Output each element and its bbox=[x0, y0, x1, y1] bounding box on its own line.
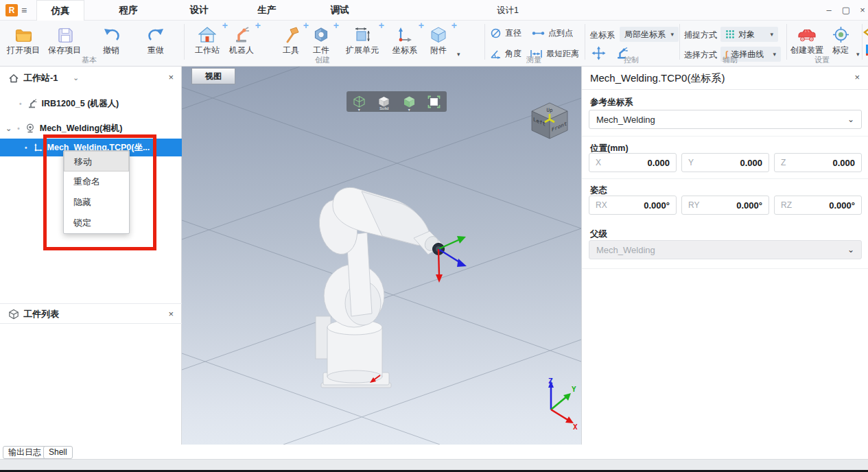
hex-nut-icon: + bbox=[306, 23, 336, 45]
tree-item-robot[interactable]: • IRB1200_5 (机器人) bbox=[0, 95, 182, 112]
position-y-input[interactable]: Y 0.000 bbox=[681, 153, 769, 172]
snap-mode-dropdown[interactable]: 对象 ▾ bbox=[720, 27, 778, 42]
viewport-tab[interactable]: 视图 bbox=[191, 68, 235, 84]
folder-icon bbox=[5, 23, 42, 45]
solid-view-button[interactable]: Solid bbox=[373, 91, 395, 112]
workstation-house-icon: + bbox=[189, 23, 225, 45]
attachment-dropdown-caret[interactable]: ▾ bbox=[457, 51, 460, 58]
measure-point-to-point-button[interactable]: 点到点 bbox=[532, 27, 573, 39]
floppy-disk-icon bbox=[45, 23, 84, 45]
position-z-input[interactable]: Z 0.000 bbox=[774, 153, 862, 172]
extension-unit-icon: + bbox=[343, 23, 382, 45]
axis-x-label: X bbox=[573, 423, 578, 430]
move-crosshair-icon bbox=[591, 46, 606, 60]
view-cube-up-label[interactable]: Up bbox=[546, 107, 553, 113]
hammer-icon: + bbox=[276, 23, 306, 45]
maximize-button[interactable]: ▢ bbox=[839, 2, 853, 19]
camera-tree-icon bbox=[25, 123, 36, 134]
parts-cube-icon bbox=[8, 309, 19, 320]
context-menu: 移动 重命名 隐藏 锁定 bbox=[63, 150, 130, 234]
ribbon-separator bbox=[484, 24, 485, 60]
parts-list-header[interactable]: 工件列表 × bbox=[0, 305, 182, 323]
shaded-cube-button[interactable]: ▾ bbox=[398, 91, 420, 112]
pose-rz-input[interactable]: RZ 0.000° bbox=[774, 196, 862, 215]
menu-tab-design[interactable]: 设计 bbox=[177, 0, 221, 21]
move-control-button[interactable] bbox=[591, 46, 606, 60]
pose-ry-input[interactable]: RY 0.000° bbox=[681, 196, 769, 215]
redo-button[interactable]: 重做 bbox=[139, 21, 172, 63]
viewport-3d[interactable]: 视图 ▾ Solid ▾ Up Left bbox=[182, 67, 581, 445]
calibration-dropdown-caret[interactable]: ▾ bbox=[856, 51, 860, 58]
chevron-down-icon: ▾ bbox=[773, 51, 776, 58]
panel-divider bbox=[582, 89, 868, 90]
close-panel-icon[interactable]: × bbox=[168, 72, 174, 82]
output-log-tab[interactable]: 输出日志 bbox=[3, 446, 47, 459]
context-menu-item-hide[interactable]: 隐藏 bbox=[64, 192, 129, 213]
car-icon bbox=[788, 23, 826, 45]
ref-frame-select[interactable]: Mech_Welding ⌄ bbox=[589, 110, 862, 129]
shell-tab[interactable]: Shell bbox=[43, 446, 73, 459]
tree-item-label: IRB1200_5 (机器人) bbox=[42, 98, 119, 110]
ribbon-separator bbox=[679, 24, 680, 60]
app-window: R ≡ 仿真 程序 设计 生产 调试 设计1 – ▢ × 打开项目 保存项目 bbox=[0, 0, 868, 472]
parent-select[interactable]: Mech_Welding ⌄ bbox=[589, 240, 862, 259]
menu-tab-simulation[interactable]: 仿真 bbox=[36, 0, 84, 21]
world-axis-triad: Z Y X bbox=[524, 377, 578, 430]
coord-system-dropdown[interactable]: 局部坐标系 ▾ bbox=[620, 27, 679, 42]
close-panel-icon[interactable]: × bbox=[168, 309, 174, 319]
chevron-down-icon: ▾ bbox=[770, 31, 773, 38]
tree-item-camera[interactable]: ⌄ • Mech_Welding(相机) bbox=[0, 120, 182, 137]
group-label-settings: 设置 bbox=[801, 55, 843, 65]
bottom-bar: 输出日志 Shell bbox=[0, 445, 868, 472]
redo-icon bbox=[139, 23, 172, 45]
home-icon bbox=[8, 73, 19, 84]
pose-rx-input[interactable]: RX 0.000° bbox=[589, 196, 677, 215]
create-attachment-button[interactable]: + 附件 bbox=[423, 21, 454, 63]
measure-diameter-button[interactable]: 直径 bbox=[490, 27, 521, 39]
document-title: 设计1 bbox=[453, 0, 563, 21]
context-menu-item-lock[interactable]: 锁定 bbox=[64, 213, 129, 233]
create-extension-unit-button[interactable]: + 扩展单元 bbox=[343, 21, 382, 63]
context-menu-item-move[interactable]: 移动 bbox=[64, 151, 129, 172]
context-menu-item-rename[interactable]: 重命名 bbox=[64, 172, 129, 192]
panel-divider bbox=[0, 303, 182, 304]
angle-icon bbox=[490, 48, 502, 60]
wireframe-cube-icon bbox=[353, 95, 366, 108]
create-coordinate-frame-button[interactable]: + 坐标系 bbox=[388, 21, 421, 63]
open-project-button[interactable]: 打开项目 bbox=[5, 21, 42, 63]
panel-divider bbox=[0, 323, 182, 324]
robot-arm-model[interactable] bbox=[182, 67, 581, 445]
grid-dots-icon bbox=[725, 30, 735, 39]
create-robot-button[interactable]: + 机器人 bbox=[225, 21, 258, 63]
hamburger-menu-icon[interactable]: ≡ bbox=[21, 5, 27, 16]
wireframe-cube-button[interactable]: ▾ bbox=[348, 91, 370, 112]
undo-icon bbox=[95, 23, 128, 45]
section-divider bbox=[582, 178, 868, 179]
close-button[interactable]: × bbox=[856, 2, 868, 19]
ribbon-separator bbox=[184, 24, 185, 60]
parent-label: 父级 bbox=[590, 228, 607, 240]
title-bar: R ≡ 仿真 程序 设计 生产 调试 设计1 – ▢ × bbox=[0, 0, 868, 21]
properties-title: Mech_Welding.TCP0(坐标系) bbox=[590, 72, 725, 85]
view-cube[interactable]: Up Left Front bbox=[528, 101, 571, 142]
chevron-down-icon[interactable]: ⌄ bbox=[73, 73, 79, 82]
ribbon-toolbar: 打开项目 保存项目 撤销 重做 基本 + bbox=[0, 21, 868, 67]
menu-tab-program[interactable]: 程序 bbox=[104, 0, 152, 21]
solid-cube-icon bbox=[377, 96, 390, 107]
minimize-button[interactable]: – bbox=[822, 2, 836, 19]
workstation-header[interactable]: 工作站-1 ⌄ × bbox=[0, 69, 182, 87]
ribbon-separator bbox=[862, 24, 863, 60]
position-x-input[interactable]: X 0.000 bbox=[589, 153, 677, 172]
zoom-fit-button[interactable] bbox=[423, 91, 445, 112]
app-logo[interactable]: R bbox=[5, 4, 18, 16]
expand-chevron-icon[interactable]: ⌄ bbox=[5, 124, 12, 133]
pose-label: 姿态 bbox=[590, 185, 607, 196]
close-properties-icon[interactable]: × bbox=[854, 72, 860, 82]
chevron-down-icon: ▾ bbox=[670, 31, 674, 38]
menu-tab-debug[interactable]: 调试 bbox=[318, 0, 362, 21]
group-label-assist: 辅助 bbox=[709, 55, 751, 65]
create-workstation-button[interactable]: + 工作站 bbox=[189, 21, 225, 63]
coord-system-label: 坐标系 bbox=[590, 30, 615, 41]
tree-item-label: Mech_Welding(相机) bbox=[40, 123, 123, 134]
menu-tab-production[interactable]: 生产 bbox=[245, 0, 289, 21]
